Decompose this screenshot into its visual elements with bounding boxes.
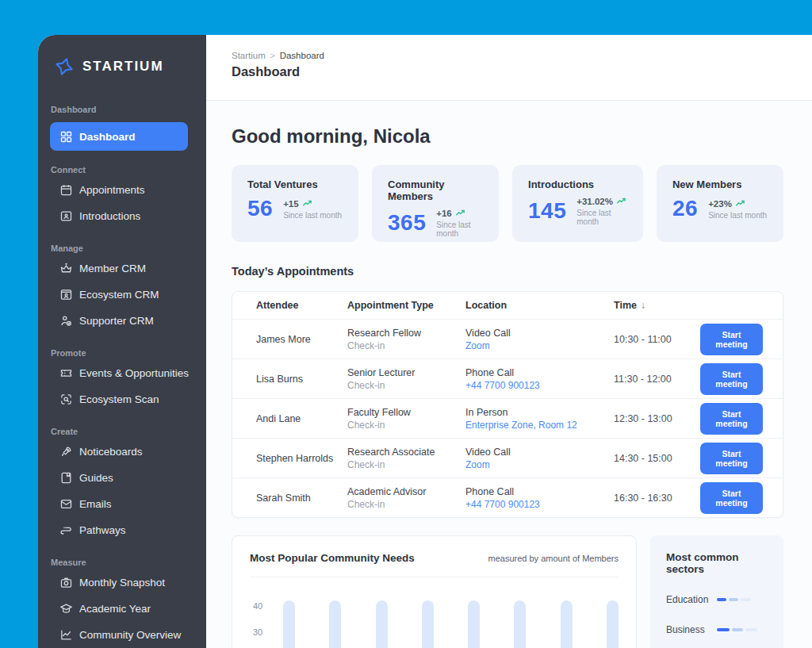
- stat-card-new-members: New Members 26 +23% Since last month: [657, 165, 783, 242]
- sort-desc-icon[interactable]: ↓: [641, 300, 645, 311]
- location-link[interactable]: +44 7700 900123: [465, 499, 614, 510]
- sidebar: STARTIUM Dashboard Dashboard Connect App…: [38, 35, 206, 648]
- sidebar-item-label: Supporter CRM: [79, 315, 154, 327]
- sidebar-item-supporter-crm[interactable]: Supporter CRM: [38, 308, 206, 334]
- stat-card-community-members: Community Members 365 +16 Since last mon…: [372, 165, 499, 242]
- sidebar-item-label: Dashboard: [79, 131, 136, 143]
- column-header-type: Appointment Type: [347, 300, 465, 311]
- appointment-subtype: Check-in: [347, 420, 465, 431]
- sidebar-item-label: Guides: [79, 472, 113, 484]
- column-header-time[interactable]: Time ↓: [614, 300, 700, 311]
- sidebar-item-appointments[interactable]: Appointments: [38, 177, 206, 203]
- appointment-time: 14:30 - 15:00: [614, 453, 700, 464]
- start-meeting-button[interactable]: Start meeting: [700, 363, 763, 395]
- crown-icon: [59, 262, 73, 275]
- sidebar-item-events-opportunities[interactable]: Events & Opportunities: [38, 360, 206, 386]
- location-link[interactable]: +44 7700 900123: [465, 380, 614, 391]
- sidebar-item-label: Appointments: [79, 184, 145, 196]
- appointment-subtype: Check-in: [347, 340, 465, 351]
- sidebar-item-monthly-snapshot[interactable]: Monthly Snapshot: [38, 569, 206, 596]
- sidebar-item-dashboard[interactable]: Dashboard: [50, 122, 188, 151]
- location-type: Phone Call: [465, 367, 614, 378]
- book-icon: [59, 471, 73, 485]
- dashboard-grid-icon: [59, 130, 73, 144]
- appointment-type: Academic Advisor: [347, 486, 465, 497]
- community-needs-chart-card: Most Popular Community Needs measured by…: [232, 535, 637, 648]
- attendee-name: James More: [256, 334, 347, 345]
- start-meeting-button[interactable]: Start meeting: [700, 403, 763, 435]
- table-row: Sarah Smith Academic AdvisorCheck-in Pho…: [232, 477, 783, 517]
- section-label-dashboard: Dashboard: [51, 103, 206, 117]
- table-header-row: Attendee Appointment Type Location Time …: [232, 292, 783, 319]
- section-label-manage: Manage: [51, 242, 206, 255]
- app-window: STARTIUM Dashboard Dashboard Connect App…: [38, 35, 812, 648]
- camera-icon: [59, 576, 73, 589]
- logo-text: STARTIUM: [82, 59, 164, 75]
- location-type: Video Call: [465, 447, 614, 458]
- route-icon: [59, 523, 73, 537]
- start-meeting-button[interactable]: Start meeting: [700, 324, 763, 355]
- stat-value: 26: [672, 196, 698, 221]
- sidebar-item-emails[interactable]: Emails: [38, 491, 206, 517]
- sidebar-item-noticeboards[interactable]: Noticeboards: [38, 439, 206, 465]
- sidebar-item-label: Noticeboards: [79, 446, 143, 458]
- appointment-type: Faculty Fellow: [347, 407, 465, 418]
- trend-up-icon: [455, 208, 466, 219]
- rocket-icon: [59, 445, 73, 458]
- attendee-name: Stephen Harrolds: [256, 453, 347, 464]
- trend-up-icon: [616, 196, 627, 207]
- location-link[interactable]: Zoom: [465, 459, 614, 470]
- needs-chart-title: Most Popular Community Needs: [250, 552, 415, 564]
- sidebar-item-pathways[interactable]: Pathways: [38, 517, 206, 543]
- table-row: James More Research FellowCheck-in Video…: [232, 319, 783, 359]
- trend-up-icon: [302, 198, 313, 209]
- sidebar-item-label: Academic Year: [79, 603, 151, 615]
- sidebar-item-introductions[interactable]: Introductions: [38, 203, 206, 229]
- needs-bars: [283, 590, 619, 648]
- sidebar-item-ecosystem-scan[interactable]: Ecosystem Scan: [38, 386, 206, 412]
- appointment-time: 16:30 - 16:30: [614, 493, 700, 504]
- sidebar-item-academic-year[interactable]: Academic Year: [38, 596, 206, 622]
- breadcrumb: Startium > Dashboard: [232, 51, 812, 60]
- location-type: Phone Call: [465, 486, 614, 497]
- section-label-promote: Promote: [51, 347, 206, 360]
- main-content: Startium > Dashboard Dashboard Good morn…: [206, 35, 812, 648]
- sidebar-item-member-crm[interactable]: Member CRM: [38, 255, 206, 282]
- attendee-name: Sarah Smith: [256, 493, 347, 504]
- start-meeting-button[interactable]: Start meeting: [700, 443, 763, 474]
- stats-row: Total Ventures 56 +15 Since last month C…: [232, 165, 783, 242]
- stat-caption: Since last month: [708, 211, 767, 220]
- stat-caption: Since last month: [576, 209, 627, 226]
- needs-chart-subtitle: measured by amount of Members: [488, 554, 619, 563]
- envelope-icon: [59, 497, 73, 511]
- sector-row-education: Education: [666, 594, 768, 605]
- stat-title: Total Ventures: [247, 178, 343, 190]
- scan-search-icon: [59, 393, 73, 406]
- breadcrumb-root[interactable]: Startium: [232, 51, 266, 60]
- stat-value: 145: [528, 198, 566, 224]
- appointments-heading: Today’s Appointments: [232, 265, 783, 278]
- stat-delta: +31.02%: [576, 197, 613, 206]
- stat-delta: +16: [436, 209, 452, 218]
- divider: [250, 577, 619, 577]
- table-row: Stephen Harrolds Research AssociateCheck…: [232, 438, 783, 477]
- start-meeting-button[interactable]: Start meeting: [700, 482, 763, 514]
- location-link[interactable]: Zoom: [465, 340, 614, 351]
- sidebar-item-guides[interactable]: Guides: [38, 465, 206, 491]
- sector-row-business: Business: [666, 624, 768, 635]
- appointment-type: Research Associate: [347, 447, 465, 458]
- sidebar-item-label: Events & Opportunities: [79, 367, 189, 379]
- page-title: Dashboard: [232, 64, 812, 79]
- appointment-time: 10:30 - 11:00: [614, 334, 700, 345]
- y-axis-tick-30: 30: [253, 627, 262, 637]
- appointment-subtype: Check-in: [347, 380, 465, 391]
- location-link[interactable]: Enterprise Zone, Room 12: [465, 420, 614, 431]
- sector-bar: [717, 598, 751, 601]
- appointment-type: Research Fellow: [347, 328, 465, 339]
- stat-delta: +15: [283, 199, 299, 209]
- sidebar-item-ecosystem-crm[interactable]: Ecosystem CRM: [38, 282, 206, 308]
- sidebar-item-community-overview[interactable]: Community Overview: [38, 622, 206, 648]
- contact-card-icon: [59, 288, 73, 301]
- stat-value: 56: [247, 196, 273, 221]
- sectors-title: Most common sectors: [666, 551, 768, 575]
